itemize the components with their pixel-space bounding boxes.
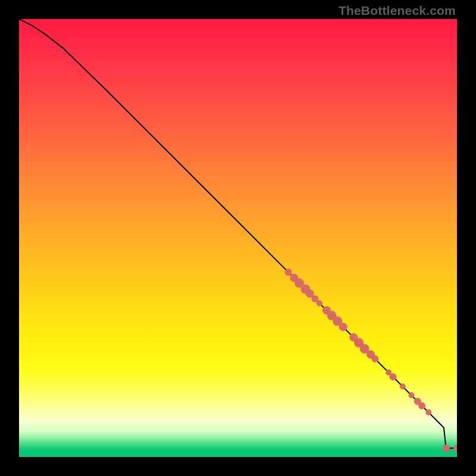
chart-frame: TheBottleneck.com — [0, 0, 476, 476]
bottleneck-curve — [19, 19, 457, 448]
plot-area — [19, 19, 457, 457]
scatter-point — [371, 355, 378, 362]
scatter-point — [418, 402, 425, 409]
scatter-point — [425, 409, 431, 415]
chart-svg — [19, 19, 457, 457]
scatter-group — [285, 268, 457, 452]
scatter-point — [285, 268, 292, 275]
watermark-text: TheBottleneck.com — [339, 4, 456, 18]
scatter-point — [409, 392, 415, 398]
scatter-point — [453, 444, 457, 452]
scatter-point — [390, 373, 397, 380]
scatter-point — [443, 444, 450, 452]
scatter-point — [317, 300, 322, 306]
scatter-point — [339, 322, 347, 331]
scatter-point — [400, 384, 406, 390]
